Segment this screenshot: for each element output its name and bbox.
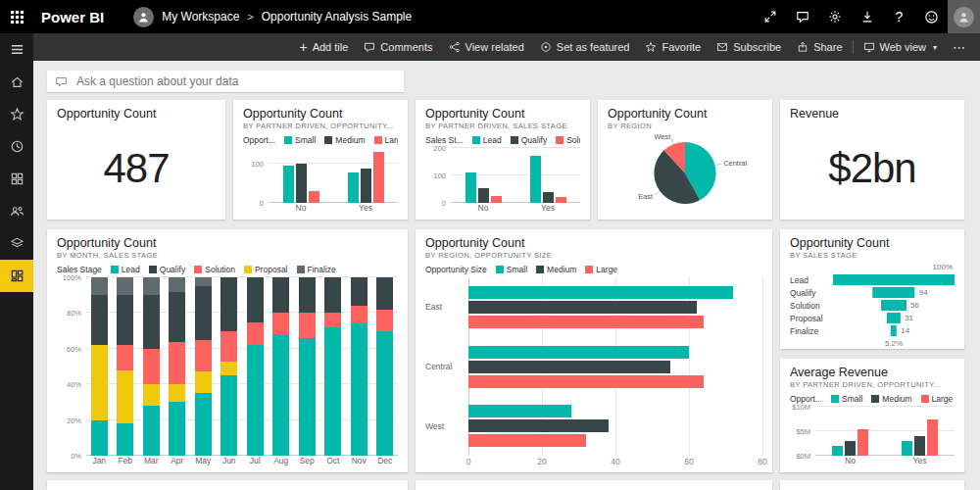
subscribe-button[interactable]: Subscribe (709, 41, 789, 53)
breadcrumb-workspace[interactable]: My Workspace (162, 10, 239, 24)
bar-medium[interactable] (296, 164, 307, 203)
bar-large[interactable] (468, 434, 586, 447)
funnel-bar-finalize[interactable] (891, 325, 897, 336)
question-input[interactable] (74, 74, 396, 89)
bar-qualify[interactable] (478, 188, 489, 203)
segment-finalize[interactable] (195, 277, 212, 286)
segment-lead[interactable] (376, 331, 393, 456)
bar-small[interactable] (902, 441, 912, 456)
segment-solution[interactable] (169, 342, 185, 385)
segment-lead[interactable] (91, 420, 108, 456)
app-launcher-icon[interactable] (0, 0, 33, 33)
download-button[interactable] (851, 0, 883, 33)
tile-opportunity-count-card[interactable]: Opportunity Count 487 (47, 100, 225, 220)
bar-solution[interactable] (556, 197, 566, 203)
stacked-bar-oct[interactable] (324, 277, 341, 456)
segment-solution[interactable] (272, 313, 289, 334)
add-tile-button[interactable]: + Add tile (291, 41, 356, 54)
fullscreen-button[interactable] (754, 0, 786, 33)
set-as-featured-button[interactable]: Set as featured (532, 41, 638, 53)
segment-lead[interactable] (220, 375, 237, 456)
bar-medium[interactable] (845, 441, 856, 456)
segment-qualify[interactable] (117, 295, 133, 345)
segment-proposal[interactable] (169, 384, 185, 402)
segment-qualify[interactable] (324, 277, 341, 313)
comments-button[interactable] (786, 0, 818, 33)
segment-lead[interactable] (117, 423, 133, 456)
segment-finalize[interactable] (143, 277, 160, 295)
workspace-avatar[interactable] (133, 7, 154, 27)
segment-proposal[interactable] (91, 345, 108, 419)
bar-large[interactable] (858, 429, 868, 457)
bar-medium[interactable] (914, 436, 925, 456)
tile-opp-count-by-month-stage[interactable]: Opportunity Count BY MONTH, SALES STAGE … (47, 229, 408, 472)
segment-lead[interactable] (195, 393, 212, 456)
nav-workspaces-button[interactable] (0, 227, 33, 260)
bar-large[interactable] (468, 316, 704, 328)
tile-opp-count-funnel[interactable]: Opportunity Count BY SALES STAGE 100%Lea… (780, 229, 964, 349)
stacked-bar-nov[interactable] (351, 277, 368, 456)
segment-solution[interactable] (324, 313, 341, 327)
segment-qualify[interactable] (143, 295, 160, 349)
bar-large[interactable] (309, 191, 319, 203)
bar-small[interactable] (832, 446, 843, 456)
segment-qualify[interactable] (91, 295, 108, 345)
comments-button[interactable]: Comments (356, 41, 440, 53)
segment-lead[interactable] (169, 402, 185, 456)
tile-opp-count-by-region-size[interactable]: Opportunity Count BY REGION, OPPORTUNITY… (416, 229, 772, 472)
segment-qualify[interactable] (351, 277, 368, 306)
segment-proposal[interactable] (220, 362, 237, 376)
bar-small[interactable] (348, 172, 359, 203)
bar-qualify[interactable] (543, 192, 554, 203)
stacked-bar-feb[interactable] (117, 277, 133, 456)
segment-solution[interactable] (247, 322, 264, 346)
segment-solution[interactable] (220, 331, 237, 362)
segment-solution[interactable] (351, 306, 368, 323)
bar-solution[interactable] (491, 196, 502, 203)
stacked-bar-mar[interactable] (143, 277, 160, 456)
tile-stub[interactable] (416, 480, 772, 490)
nav-current-dashboard-button[interactable] (0, 260, 33, 292)
stacked-bar-sep[interactable] (299, 277, 316, 456)
view-related-button[interactable]: View related (441, 41, 532, 53)
segment-finalize[interactable] (169, 277, 185, 292)
stacked-bar-may[interactable] (195, 277, 212, 456)
bar-small[interactable] (468, 346, 689, 359)
profile-button[interactable] (948, 0, 980, 33)
tile-stub[interactable] (780, 480, 964, 490)
bar-lead[interactable] (466, 172, 476, 203)
segment-lead[interactable] (351, 323, 368, 456)
funnel-bar-lead[interactable] (833, 274, 955, 285)
segment-lead[interactable] (143, 406, 160, 456)
tile-opp-count-by-partner-stage[interactable]: Opportunity Count BY PARTNER DRIVEN, SAL… (416, 100, 590, 220)
nav-favorites-button[interactable] (0, 98, 33, 130)
segment-qualify[interactable] (220, 277, 237, 331)
funnel-bar-proposal[interactable] (887, 313, 901, 323)
segment-solution[interactable] (195, 340, 212, 372)
stacked-bar-jan[interactable] (91, 277, 108, 456)
nav-menu-button[interactable] (0, 33, 33, 66)
bar-small[interactable] (468, 405, 571, 417)
settings-button[interactable] (818, 0, 851, 33)
segment-qualify[interactable] (195, 286, 212, 340)
segment-lead[interactable] (324, 327, 341, 456)
nav-shared-button[interactable] (0, 195, 33, 227)
bar-large[interactable] (468, 375, 704, 388)
nav-apps-button[interactable] (0, 163, 33, 195)
segment-finalize[interactable] (117, 277, 133, 295)
stacked-bar-dec[interactable] (376, 277, 393, 456)
web-view-dropdown[interactable]: Web view ▾ (856, 41, 946, 53)
segment-qualify[interactable] (272, 277, 289, 313)
tile-revenue-card[interactable]: Revenue $2bn (780, 100, 964, 220)
tile-opp-count-by-partner-size[interactable]: Opportunity Count BY PARTNER DRIVEN, OPP… (233, 100, 408, 220)
segment-lead[interactable] (247, 345, 264, 456)
nav-home-button[interactable] (0, 66, 33, 98)
segment-solution[interactable] (299, 313, 316, 337)
more-options-button[interactable]: ⋯ (945, 40, 974, 55)
tile-average-revenue[interactable]: Average Revenue BY PARTNER DRIVEN, OPPOR… (780, 359, 964, 472)
segment-proposal[interactable] (117, 370, 133, 424)
segment-lead[interactable] (299, 338, 316, 456)
nav-recent-button[interactable] (0, 130, 33, 163)
segment-qualify[interactable] (247, 277, 264, 322)
feedback-button[interactable] (915, 0, 948, 33)
